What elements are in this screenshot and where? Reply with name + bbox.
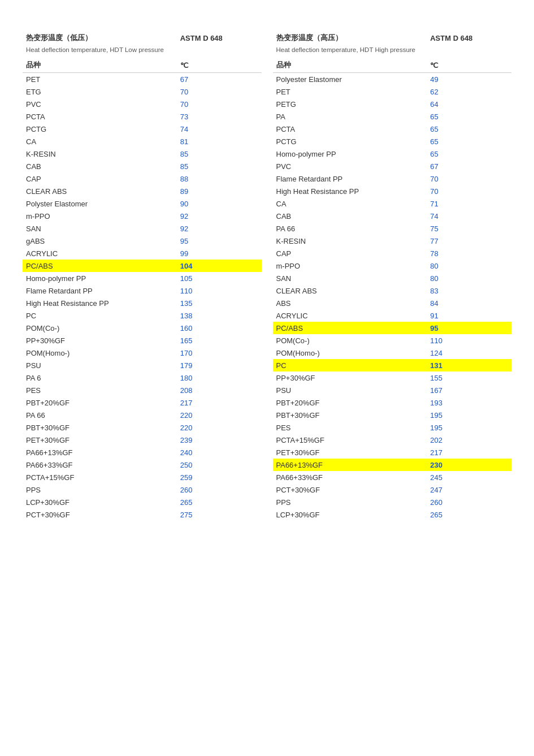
left-data-row: PES208 — [23, 384, 262, 396]
right-val-cell: 260 — [427, 496, 511, 508]
right-subheader-row: Heat deflection temperature, HDT High pr… — [273, 45, 512, 57]
right-val-cell: 62 — [427, 85, 511, 98]
left-val-cell: 104 — [177, 260, 262, 272]
right-data-row: PET+30%GF217 — [273, 446, 512, 459]
right-data-row: ABS84 — [273, 297, 512, 309]
right-data-row: PA 6675 — [273, 222, 512, 235]
left-table: 热变形温度（低压）ASTM D 648Heat deflection tempe… — [23, 31, 262, 521]
left-name-cell: PP+30%GF — [23, 334, 177, 347]
right-val-cell: 230 — [427, 459, 511, 471]
left-val-cell: 220 — [177, 409, 262, 421]
right-name-cell: CA — [273, 197, 427, 210]
right-data-row: PETG64 — [273, 98, 512, 110]
right-col1-header: 品种 — [273, 57, 427, 73]
right-val-cell: 70 — [427, 185, 511, 197]
right-data-row: m-PPO80 — [273, 260, 512, 272]
right-val-cell: 83 — [427, 284, 511, 297]
right-data-row: PP+30%GF155 — [273, 371, 512, 384]
left-val-cell: 160 — [177, 322, 262, 334]
right-name-cell: PA — [273, 110, 427, 123]
left-val-cell: 259 — [177, 471, 262, 483]
right-data-row: PSU167 — [273, 384, 512, 396]
left-val-cell: 85 — [177, 148, 262, 160]
right-val-cell: 202 — [427, 434, 511, 446]
left-val-cell: 170 — [177, 347, 262, 359]
left-data-row: PA66+33%GF250 — [23, 459, 262, 471]
left-name-cell: CAB — [23, 160, 177, 172]
right-data-row: Flame Retardant PP70 — [273, 172, 512, 185]
right-subheader: Heat deflection temperature, HDT High pr… — [273, 45, 512, 57]
right-name-cell: PETG — [273, 98, 427, 110]
left-name-cell: PA66+33%GF — [23, 459, 177, 471]
right-data-row: CLEAR ABS83 — [273, 284, 512, 297]
left-name-cell: PA 6 — [23, 371, 177, 384]
right-val-cell: 80 — [427, 260, 511, 272]
left-name-cell: POM(Co-) — [23, 322, 177, 334]
left-val-cell: 165 — [177, 334, 262, 347]
right-val-cell: 74 — [427, 210, 511, 222]
left-col2-header: ℃ — [177, 57, 262, 73]
left-data-row: PC138 — [23, 309, 262, 322]
right-data-row: PBT+20%GF193 — [273, 396, 512, 409]
left-name-cell: High Heat Resistance PP — [23, 297, 177, 309]
left-data-row: POM(Co-)160 — [23, 322, 262, 334]
right-name-cell: POM(Homo-) — [273, 347, 427, 359]
right-val-cell: 245 — [427, 471, 511, 483]
right-data-row: High Heat Resistance PP70 — [273, 185, 512, 197]
left-val-cell: 99 — [177, 247, 262, 260]
right-name-cell: Homo-polymer PP — [273, 148, 427, 160]
right-data-row: Homo-polymer PP65 — [273, 148, 512, 160]
left-data-row: K-RESIN85 — [23, 148, 262, 160]
right-data-row: PES195 — [273, 421, 512, 434]
right-data-row: PCT+30%GF247 — [273, 483, 512, 496]
right-data-row: PET62 — [273, 85, 512, 98]
left-name-cell: gABS — [23, 235, 177, 247]
left-val-cell: 67 — [177, 73, 262, 86]
right-name-cell: Polyester Elastomer — [273, 73, 427, 86]
left-data-row: Polyster Elastomer90 — [23, 197, 262, 210]
left-name-cell: LCP+30%GF — [23, 496, 177, 508]
left-data-row: PCTG74 — [23, 123, 262, 135]
left-data-row: gABS95 — [23, 235, 262, 247]
right-data-row: PA66+33%GF245 — [273, 471, 512, 483]
left-val-cell: 92 — [177, 210, 262, 222]
right-data-row: PCTA65 — [273, 123, 512, 135]
left-val-cell: 74 — [177, 123, 262, 135]
left-data-row: SAN92 — [23, 222, 262, 235]
right-name-cell: PET+30%GF — [273, 446, 427, 459]
right-name-cell: CAB — [273, 210, 427, 222]
left-col1-header: 品种 — [23, 57, 177, 73]
left-name-cell: CAP — [23, 172, 177, 185]
right-data-row: CAB74 — [273, 210, 512, 222]
left-name-cell: ACRYLIC — [23, 247, 177, 260]
left-val-cell: 260 — [177, 483, 262, 496]
left-name-cell: PCTG — [23, 123, 177, 135]
right-val-cell: 65 — [427, 135, 511, 148]
left-data-row: PC/ABS104 — [23, 260, 262, 272]
right-data-row: PCTG65 — [273, 135, 512, 148]
right-col2-header: ℃ — [427, 57, 511, 73]
right-name-cell: ABS — [273, 297, 427, 309]
right-data-row: CAP78 — [273, 247, 512, 260]
left-val-cell: 70 — [177, 85, 262, 98]
right-name-cell: SAN — [273, 272, 427, 284]
left-col-header-row: 品种℃ — [23, 57, 262, 73]
left-val-cell: 220 — [177, 421, 262, 434]
right-name-cell: CAP — [273, 247, 427, 260]
left-data-row: LCP+30%GF265 — [23, 496, 262, 508]
right-name-cell: PES — [273, 421, 427, 434]
right-val-cell: 84 — [427, 297, 511, 309]
right-data-row: K-RESIN77 — [273, 235, 512, 247]
right-name-cell: PC/ABS — [273, 322, 427, 334]
left-name-cell: PPS — [23, 483, 177, 496]
right-val-cell: 65 — [427, 148, 511, 160]
right-val-cell: 110 — [427, 334, 511, 347]
left-data-row: POM(Homo-)170 — [23, 347, 262, 359]
left-data-row: PCT+30%GF275 — [23, 508, 262, 521]
right-val-cell: 167 — [427, 384, 511, 396]
right-name-cell: High Heat Resistance PP — [273, 185, 427, 197]
right-val-cell: 75 — [427, 222, 511, 235]
right-name-cell: m-PPO — [273, 260, 427, 272]
left-name-cell: PA 66 — [23, 409, 177, 421]
right-val-cell: 247 — [427, 483, 511, 496]
